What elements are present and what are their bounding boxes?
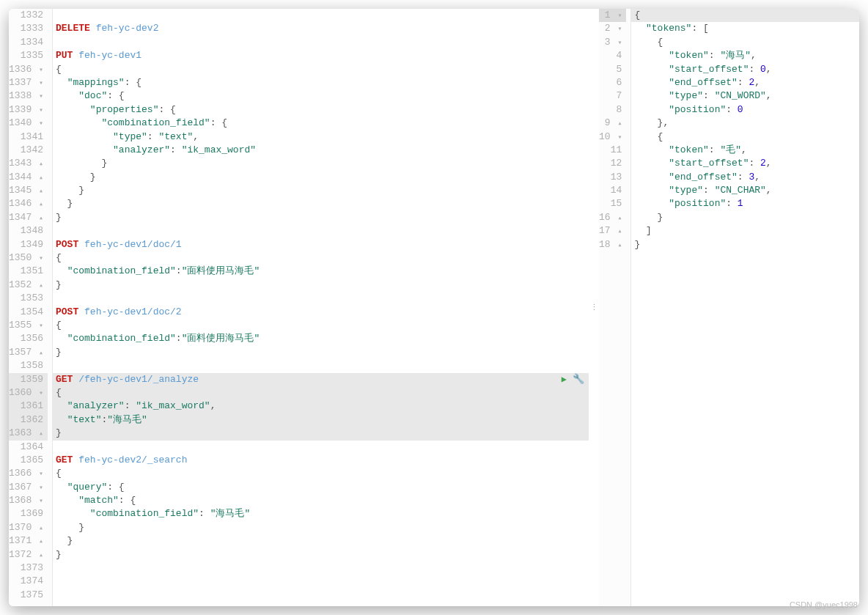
code-line[interactable] — [53, 359, 589, 372]
line-number: 1337 ▾ — [9, 76, 48, 89]
code-line[interactable] — [53, 589, 589, 602]
code-line[interactable]: } — [53, 534, 589, 548]
code-line[interactable]: "doc": { — [53, 89, 589, 103]
fold-toggle-icon[interactable]: ▴ — [614, 225, 622, 238]
line-number: 1343 ▴ — [9, 157, 48, 170]
line-number: 5 — [599, 63, 626, 76]
fold-toggle-icon[interactable]: ▾ — [614, 131, 622, 144]
panel-divider[interactable]: ⋮ — [589, 9, 599, 606]
code-line[interactable]: } — [53, 184, 589, 197]
code-line[interactable]: } — [53, 279, 589, 292]
fold-toggle-icon[interactable]: ▴ — [36, 172, 43, 185]
fold-toggle-icon[interactable]: ▴ — [614, 117, 622, 130]
code-line[interactable] — [53, 9, 589, 22]
code-line[interactable]: "analyzer": "ik_max_word" — [53, 144, 589, 157]
code-line[interactable]: "combination_field": "海马毛" — [53, 507, 589, 520]
code-line[interactable]: { — [53, 386, 589, 399]
code-line[interactable]: DELETE feh-yc-dev2 — [53, 22, 589, 35]
code-line[interactable]: POST feh-yc-dev1/doc/2 — [53, 306, 589, 319]
fold-toggle-icon[interactable]: ▴ — [36, 212, 43, 225]
code-line[interactable]: } — [53, 157, 589, 170]
line-number: 13 — [599, 171, 626, 184]
watermark-text: CSDN @yuec1998 — [790, 600, 858, 609]
code-line[interactable] — [53, 292, 589, 305]
line-number: 1351 — [9, 265, 48, 278]
left-line-gutter: 13321333133413351336 ▾1337 ▾1338 ▾1339 ▾… — [9, 9, 53, 606]
line-number: 1365 — [9, 454, 48, 467]
query-options-button[interactable]: 🔧 — [573, 373, 584, 386]
line-number: 1357 ▴ — [9, 346, 48, 359]
code-line[interactable] — [53, 441, 589, 454]
fold-toggle-icon[interactable]: ▴ — [36, 158, 43, 171]
code-line[interactable]: "properties": { — [53, 103, 589, 117]
fold-toggle-icon[interactable]: ▾ — [36, 77, 43, 90]
fold-toggle-icon[interactable]: ▴ — [36, 347, 43, 360]
fold-toggle-icon[interactable]: ▾ — [614, 37, 622, 50]
code-line: { — [631, 9, 859, 22]
line-number: 1339 ▾ — [9, 103, 48, 117]
fold-toggle-icon[interactable]: ▾ — [614, 10, 622, 23]
code-line[interactable]: "combination_field":"面料使用马海毛" — [53, 265, 589, 278]
fold-toggle-icon[interactable]: ▴ — [614, 212, 622, 225]
code-line[interactable]: { — [53, 319, 589, 332]
request-editor[interactable]: 13321333133413351336 ▾1337 ▾1338 ▾1339 ▾… — [9, 9, 589, 606]
fold-toggle-icon[interactable]: ▴ — [36, 522, 43, 535]
fold-toggle-icon[interactable]: ▾ — [614, 23, 622, 36]
left-code-area[interactable]: DELETE feh-yc-dev2PUT feh-yc-dev1{ "mapp… — [53, 9, 589, 606]
code-line[interactable] — [53, 36, 589, 49]
code-line: } — [631, 211, 859, 224]
code-line[interactable] — [53, 224, 589, 237]
code-line[interactable]: PUT feh-yc-dev1 — [53, 49, 589, 62]
fold-toggle-icon[interactable]: ▾ — [36, 482, 43, 495]
code-line[interactable]: } — [53, 346, 589, 359]
code-line[interactable]: "query": { — [53, 481, 589, 494]
code-line[interactable]: "type": "text", — [53, 130, 589, 144]
code-line: "position": 1 — [631, 197, 859, 210]
run-query-button[interactable]: ▶ — [562, 373, 567, 386]
response-viewer[interactable]: 1 ▾2 ▾3 ▾456789 ▴10 ▾111213141516 ▴17 ▴1… — [599, 9, 859, 606]
code-line[interactable]: } — [53, 211, 589, 224]
code-line[interactable]: GET /feh-yc-dev1/_analyze▶🔧 — [53, 373, 589, 386]
fold-toggle-icon[interactable]: ▴ — [36, 427, 43, 441]
fold-toggle-icon[interactable]: ▴ — [614, 239, 622, 252]
code-line: "end_offset": 3, — [631, 171, 859, 184]
fold-toggle-icon[interactable]: ▾ — [36, 387, 43, 400]
code-line[interactable]: GET feh-yc-dev2/_search — [53, 454, 589, 467]
fold-toggle-icon[interactable]: ▴ — [36, 549, 43, 562]
code-line[interactable]: { — [53, 63, 589, 76]
fold-toggle-icon[interactable]: ▾ — [36, 117, 43, 130]
code-line[interactable] — [53, 575, 589, 588]
fold-toggle-icon[interactable]: ▾ — [36, 64, 43, 77]
code-line[interactable]: "combination_field": { — [53, 117, 589, 130]
code-line: "start_offset": 0, — [631, 63, 859, 76]
fold-toggle-icon[interactable]: ▾ — [36, 468, 43, 481]
fold-toggle-icon[interactable]: ▾ — [36, 104, 43, 117]
line-number: 1352 ▴ — [9, 279, 48, 292]
code-line[interactable]: } — [53, 548, 589, 561]
code-line[interactable]: "match": { — [53, 494, 589, 507]
code-line[interactable]: } — [53, 521, 589, 534]
code-line[interactable]: POST feh-yc-dev1/doc/1 — [53, 238, 589, 251]
code-line[interactable]: "combination_field":"面料使用海马毛" — [53, 332, 589, 345]
fold-toggle-icon[interactable]: ▾ — [36, 320, 43, 333]
fold-toggle-icon[interactable]: ▾ — [36, 495, 43, 508]
line-number: 1350 ▾ — [9, 251, 48, 265]
code-line: } — [631, 238, 859, 251]
code-line[interactable] — [53, 561, 589, 575]
code-line[interactable]: "text":"海马毛" — [53, 413, 589, 427]
fold-toggle-icon[interactable]: ▴ — [36, 198, 43, 211]
code-line[interactable]: } — [53, 427, 589, 440]
code-line[interactable]: } — [53, 171, 589, 184]
code-line[interactable]: "analyzer": "ik_max_word", — [53, 399, 589, 413]
line-number: 1372 ▴ — [9, 548, 48, 561]
fold-toggle-icon[interactable]: ▴ — [36, 535, 43, 548]
fold-toggle-icon[interactable]: ▴ — [36, 185, 43, 198]
fold-toggle-icon[interactable]: ▾ — [36, 252, 43, 265]
code-line[interactable]: { — [53, 251, 589, 265]
fold-toggle-icon[interactable]: ▾ — [36, 90, 43, 103]
fold-toggle-icon[interactable]: ▴ — [36, 279, 43, 292]
code-line[interactable]: } — [53, 197, 589, 210]
code-line[interactable]: "mappings": { — [53, 76, 589, 89]
code-line[interactable]: { — [53, 467, 589, 480]
line-number: 14 — [599, 184, 626, 197]
